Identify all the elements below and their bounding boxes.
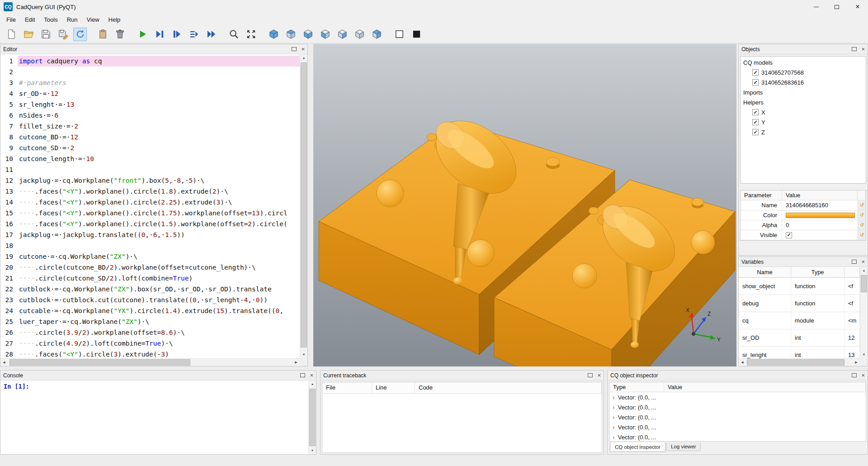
code-line-16[interactable]: 16····.faces("<Y").workplane().circle(1.…: [0, 219, 300, 229]
traceback-float-icon[interactable]: [588, 373, 593, 377]
code-line-27[interactable]: 27····.circle(4.9/2).loft(combine=True)·…: [0, 338, 300, 349]
inspector-row-5[interactable]: ›Vector: (0.0, ...: [609, 432, 866, 442]
variable-row-debug[interactable]: debugfunction<f: [739, 295, 860, 312]
view-front-icon[interactable]: [318, 28, 332, 41]
scroll-thumb[interactable]: [747, 359, 844, 366]
code-line-12[interactable]: 12jackplug·=·cq.Workplane("front").box(5…: [0, 175, 300, 186]
view-iso-icon[interactable]: [267, 28, 280, 41]
code-line-2[interactable]: 2: [0, 67, 300, 77]
expand-chevron-icon[interactable]: ›: [613, 404, 615, 411]
toggle-autoreload-icon[interactable]: [73, 28, 87, 41]
menu-view[interactable]: View: [82, 15, 104, 24]
tab-log-viewer[interactable]: Log viewer: [666, 442, 701, 451]
scroll-down-arrow[interactable]: ▼: [309, 447, 316, 454]
view-right-icon[interactable]: [370, 28, 383, 41]
scroll-up-arrow[interactable]: ▲: [860, 267, 868, 274]
expand-chevron-icon[interactable]: ›: [613, 414, 615, 421]
fit-view-icon[interactable]: [244, 28, 258, 41]
maximize-button[interactable]: [826, 0, 847, 14]
checkbox-y[interactable]: ✓: [752, 119, 759, 125]
code-line-10[interactable]: 10cutcone_length·=·10: [0, 153, 300, 164]
tree-item-y[interactable]: ✓Y: [741, 117, 866, 127]
scroll-down-arrow[interactable]: ▼: [860, 351, 868, 358]
scroll-right-arrow[interactable]: ▶: [292, 359, 300, 366]
clear-console-icon[interactable]: [96, 28, 109, 41]
code-line-14[interactable]: 14····.faces("<Y").workplane().circle(2.…: [0, 197, 300, 208]
editor-close-icon[interactable]: ×: [301, 46, 305, 52]
debug-icon[interactable]: [153, 28, 166, 41]
scroll-right-arrow[interactable]: ▶: [853, 359, 860, 366]
save-as-icon[interactable]: [56, 28, 70, 41]
scroll-left-arrow[interactable]: ◀: [739, 359, 746, 366]
save-icon[interactable]: [39, 28, 52, 41]
toggle-shaded-icon[interactable]: [410, 28, 423, 41]
variable-row-sr-lenght[interactable]: sr_lenghtint13: [739, 347, 860, 358]
objects-float-icon[interactable]: [852, 47, 857, 51]
view-top-icon[interactable]: [284, 28, 297, 41]
scroll-thumb[interactable]: [301, 62, 307, 347]
view-bottom-icon[interactable]: [301, 28, 315, 41]
scroll-left-arrow[interactable]: ◀: [0, 359, 8, 366]
code-line-4[interactable]: 4sr_OD·=·12: [0, 88, 300, 99]
code-line-8[interactable]: 8cutcone_BD·=·12: [0, 132, 300, 143]
menu-file[interactable]: File: [2, 15, 20, 24]
reset-color-icon[interactable]: ↺: [858, 210, 866, 220]
code-line-5[interactable]: 5sr_lenght·=·13: [0, 99, 300, 110]
variables-hscrollbar[interactable]: ◀ ▶: [739, 358, 860, 366]
code-line-7[interactable]: 7fillet_size·=·2: [0, 121, 300, 132]
code-line-24[interactable]: 24cutcable·=·cq.Workplane("YX").circle(1…: [0, 305, 300, 316]
menu-tools[interactable]: Tools: [39, 15, 62, 24]
checkbox-x[interactable]: ✓: [752, 109, 759, 115]
code-line-28[interactable]: 28····.faces("<Y").circle(3).extrude(-3): [0, 349, 300, 358]
scroll-up-arrow[interactable]: ▲: [300, 54, 307, 62]
step-icon[interactable]: [170, 28, 184, 41]
step-next-icon[interactable]: [187, 28, 201, 41]
inspector-row-3[interactable]: ›Vector: (0.0, ...: [609, 412, 866, 422]
code-line-9[interactable]: 9cutcone_SD·=·2: [0, 143, 300, 153]
code-line-1[interactable]: 1import·cadquery·as·cq: [0, 56, 300, 67]
tree-item-imports[interactable]: Imports: [741, 87, 866, 97]
prop-value-color[interactable]: [782, 210, 858, 220]
tree-item-3140652683616[interactable]: ✓3140652683616: [741, 77, 866, 87]
render-icon[interactable]: [136, 28, 149, 41]
zoom-icon[interactable]: [227, 28, 241, 41]
visible-checkbox[interactable]: ✓: [786, 232, 792, 238]
code-line-18[interactable]: 18: [0, 240, 300, 251]
scroll-thumb[interactable]: [9, 359, 190, 366]
code-line-25[interactable]: 25luer_taper·=·cq.Workplane("ZX")·\: [0, 316, 300, 327]
color-swatch[interactable]: [786, 213, 855, 218]
open-file-icon[interactable]: [22, 28, 35, 41]
variables-vscrollbar[interactable]: ▲ ▼: [860, 267, 868, 358]
objects-close-icon[interactable]: ×: [861, 46, 865, 52]
tree-item-z[interactable]: ✓Z: [741, 127, 866, 137]
view-back-icon[interactable]: [335, 28, 349, 41]
variable-row-cq[interactable]: cqmodule<m: [739, 312, 860, 329]
code-line-26[interactable]: 26····.circle(3.9/2).workplane(offset=8.…: [0, 327, 300, 338]
menu-edit[interactable]: Edit: [20, 15, 39, 24]
code-line-3[interactable]: 3#·parameters: [0, 77, 300, 88]
expand-chevron-icon[interactable]: ›: [613, 423, 615, 431]
scroll-thumb[interactable]: [861, 275, 867, 292]
variable-row-sr-od[interactable]: sr_ODint12: [739, 329, 860, 347]
code-line-19[interactable]: 19cutcone·=·cq.Workplane("ZX")·\: [0, 251, 300, 262]
view-left-icon[interactable]: [353, 28, 366, 41]
inspector-row-4[interactable]: ›Vector: (0.0, ...: [609, 422, 866, 432]
code-line-20[interactable]: 20····.circle(cutcone_BD/2).workplane(of…: [0, 262, 300, 273]
reset-name-icon[interactable]: ↺: [858, 200, 866, 210]
close-button[interactable]: ×: [847, 0, 868, 14]
code-line-23[interactable]: 23cutblock·=·cutblock.cut(cutcone).trans…: [0, 295, 300, 305]
tree-item-x[interactable]: ✓X: [741, 107, 866, 117]
variables-float-icon[interactable]: [852, 260, 857, 264]
minimize-button[interactable]: [806, 0, 826, 14]
editor-float-icon[interactable]: [292, 47, 297, 51]
tree-item-3140652707568[interactable]: ✓3140652707568: [741, 67, 866, 77]
tree-item-helpers[interactable]: Helpers: [741, 97, 866, 107]
reset-visible-icon[interactable]: ↺: [858, 230, 866, 240]
new-file-icon[interactable]: [5, 28, 18, 41]
code-line-13[interactable]: 13····.faces("<Y").workplane().circle(1.…: [0, 186, 300, 197]
delete-icon[interactable]: [113, 28, 127, 41]
console-vscrollbar[interactable]: ▲ ▼: [308, 380, 316, 454]
code-line-17[interactable]: 17jackplug·=·jackplug.translate((0,·6,·1…: [0, 229, 300, 240]
checkbox-3140652707568[interactable]: ✓: [752, 69, 759, 76]
inspector-float-icon[interactable]: [852, 373, 857, 377]
